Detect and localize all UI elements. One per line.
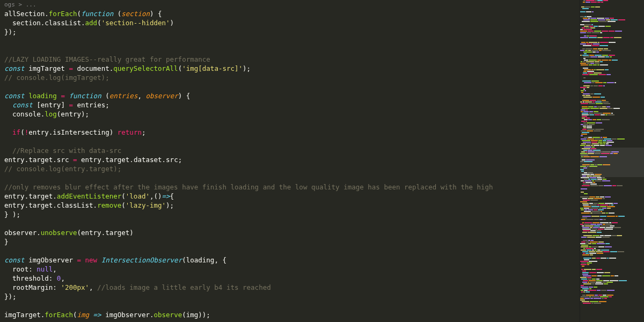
code-token (4, 128, 12, 136)
code-token: IntersectionObserver (101, 256, 182, 264)
code-line[interactable]: const imgTarget = document.querySelector… (4, 64, 575, 73)
code-line[interactable] (4, 119, 575, 128)
code-token: (loading, { (182, 256, 226, 264)
code-token: new (85, 256, 98, 264)
code-line[interactable]: const imgObserver = new IntersectionObse… (4, 255, 575, 265)
minimap-viewport[interactable] (580, 148, 644, 177)
code-line[interactable] (4, 219, 575, 228)
code-token: entries; (73, 101, 109, 109)
minimap-line (580, 217, 644, 218)
code-line[interactable]: } (4, 237, 575, 246)
minimap-line (580, 295, 644, 296)
code-token: 'lazy-img' (126, 201, 166, 209)
code-line[interactable]: entry.target.addEventListener('load',()=… (4, 192, 575, 201)
minimap-line (580, 251, 644, 252)
code-line[interactable] (4, 173, 575, 182)
code-line[interactable]: threshold: 0, (4, 274, 575, 283)
minimap-line (580, 126, 644, 127)
minimap-line (580, 225, 644, 226)
minimap-line (580, 266, 644, 267)
code-line[interactable]: imgTarget.forEach(img => imgObserver.obs… (4, 310, 575, 319)
code-token: ( (97, 19, 101, 27)
code-line[interactable]: allSection.forEach(function (section) { (4, 9, 575, 18)
minimap-line (580, 221, 644, 222)
code-token: document (73, 64, 109, 72)
code-token: forEach (49, 10, 77, 18)
minimap-line (580, 97, 644, 98)
minimap-line (580, 180, 644, 181)
minimap-line (580, 296, 644, 297)
minimap-line (580, 71, 644, 72)
code-line[interactable]: section.classList.add('section--hidden') (4, 18, 575, 27)
code-line[interactable] (4, 137, 575, 146)
code-line[interactable]: //only removes blur effect after the ima… (4, 182, 575, 192)
minimap-line (580, 19, 644, 20)
code-line[interactable]: // console.log(entry.target); (4, 164, 575, 173)
code-token: rootMargin: (4, 283, 61, 291)
code-line[interactable]: const [entry] = entries; (4, 100, 575, 109)
code-line[interactable] (4, 319, 575, 322)
code-line[interactable]: rootMargin: '200px', //loads image a lit… (4, 283, 575, 292)
minimap-line (580, 293, 644, 294)
code-line[interactable]: const loading = function (entries, obser… (4, 91, 575, 100)
code-line[interactable]: // console.log(imgTarget); (4, 73, 575, 82)
code-token: ) (109, 128, 118, 136)
minimap-line (580, 267, 644, 268)
code-line[interactable]: root: null, (4, 265, 575, 274)
code-line[interactable]: observer.unobserve(entry.target) (4, 228, 575, 237)
code-token: ] (61, 101, 69, 109)
code-line[interactable] (4, 36, 575, 46)
minimap-line (580, 256, 644, 257)
code-area[interactable]: allSection.forEach(function (section) { … (4, 9, 575, 322)
minimap-line (580, 262, 644, 264)
code-token: log (45, 110, 57, 118)
minimap-line (580, 138, 644, 140)
code-line[interactable] (4, 46, 575, 55)
code-editor[interactable]: ogs > ... allSection.forEach(function (s… (0, 0, 580, 322)
minimap-line (580, 58, 644, 59)
code-line[interactable]: console.log(entry); (4, 109, 575, 119)
code-token: querySelectorAll (113, 64, 178, 72)
minimap-line (580, 248, 644, 249)
code-token: const (12, 101, 33, 109)
code-token: . (93, 201, 98, 209)
minimap-line (580, 82, 644, 83)
minimap-line (580, 27, 644, 28)
code-line[interactable]: entry.target.classList.remove('lazy-img'… (4, 201, 575, 210)
minimap[interactable] (580, 0, 644, 322)
breadcrumb[interactable]: ogs > ... (4, 0, 575, 9)
minimap-line (580, 204, 644, 206)
minimap-line (580, 10, 644, 11)
minimap-line (580, 303, 644, 304)
minimap-line (580, 109, 644, 111)
code-token: ) (170, 19, 174, 27)
code-token: src (57, 156, 73, 164)
code-line[interactable]: //Replace src with data-src (4, 146, 575, 155)
code-token: . (150, 311, 154, 319)
minimap-line (580, 241, 644, 243)
code-token: const (4, 92, 25, 100)
code-line[interactable] (4, 246, 575, 255)
minimap-line (580, 66, 644, 67)
minimap-line (580, 216, 644, 217)
code-line[interactable]: //LAZY LOADING IMAGES--really great for … (4, 55, 575, 64)
code-token: 'img[data-src]' (182, 64, 243, 72)
minimap-line (580, 55, 644, 56)
code-line[interactable]: entry.target.src = entry.target.dataset.… (4, 155, 575, 164)
code-token: observer (145, 92, 178, 100)
minimap-line (580, 140, 644, 141)
minimap-line (580, 264, 644, 265)
minimap-line (580, 118, 644, 119)
code-token: , (89, 283, 93, 291)
code-token: ( (77, 10, 81, 18)
minimap-line (580, 34, 644, 35)
code-line[interactable] (4, 301, 575, 310)
code-token: . (53, 192, 57, 200)
code-line[interactable]: if(!entry.isIntersecting) return; (4, 128, 575, 137)
code-token: = (61, 92, 65, 100)
code-line[interactable]: } ); (4, 210, 575, 219)
code-line[interactable]: }); (4, 27, 575, 36)
code-line[interactable]: }); (4, 292, 575, 301)
code-line[interactable] (4, 82, 575, 91)
minimap-line (580, 240, 644, 241)
